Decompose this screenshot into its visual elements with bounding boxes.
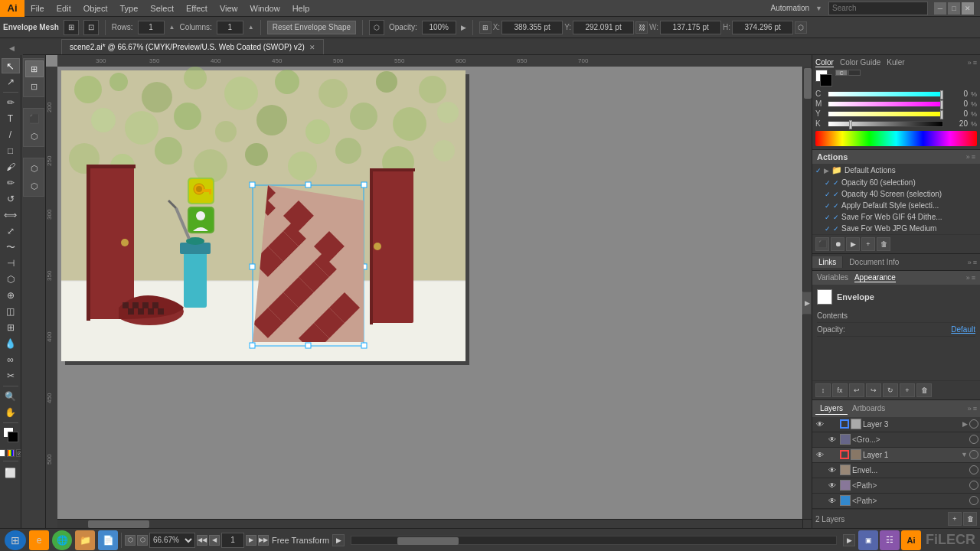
rows-input[interactable]: [138, 21, 165, 34]
env-tool-5[interactable]: ⬡: [25, 160, 44, 177]
c-slider-thumb[interactable]: [940, 90, 943, 99]
m-slider-thumb[interactable]: [940, 100, 943, 109]
mesh-tool[interactable]: ⊞: [2, 320, 20, 335]
anchor-point-grid[interactable]: ⊞: [479, 21, 492, 34]
shape-builder-tool[interactable]: ⊕: [2, 288, 20, 303]
layers-menu-btn[interactable]: ≡: [973, 405, 977, 412]
folder-btn[interactable]: 📁: [75, 530, 95, 550]
path1-target[interactable]: [969, 481, 978, 490]
menu-view[interactable]: View: [214, 0, 244, 17]
opacity-play-btn[interactable]: ▶: [461, 24, 466, 31]
page-input[interactable]: [221, 533, 244, 548]
color-menu-btn[interactable]: ≡: [973, 59, 977, 67]
layer3-target[interactable]: [969, 419, 978, 429]
rgb-sliders-btn[interactable]: [848, 70, 861, 76]
status-arr-back[interactable]: ◀: [209, 535, 220, 546]
menu-file[interactable]: File: [24, 0, 51, 17]
menu-select[interactable]: Select: [144, 0, 180, 17]
path2-vis-btn[interactable]: 👁: [826, 494, 838, 507]
status-scroll-thumb[interactable]: [397, 537, 459, 545]
layers-new-btn[interactable]: +: [948, 512, 962, 526]
w-input[interactable]: [660, 21, 721, 34]
opacity-input[interactable]: [422, 21, 456, 34]
horizontal-scrollbar[interactable]: [57, 519, 802, 528]
action-record-btn[interactable]: ⏺: [831, 237, 844, 251]
ie-btn[interactable]: e: [29, 530, 49, 550]
selection-tool[interactable]: ↖: [2, 58, 20, 73]
mesh-options-btn1[interactable]: ⊞: [64, 20, 79, 35]
pen-tool[interactable]: ✏: [2, 95, 20, 110]
links-menu-btn[interactable]: ≡: [973, 259, 977, 266]
panel-toggle-btn[interactable]: ▶: [802, 292, 812, 315]
m-slider[interactable]: [828, 101, 943, 107]
status-btn-1[interactable]: ⬡: [125, 535, 136, 546]
app-delete-btn[interactable]: 🗑: [916, 383, 932, 397]
stroke-swatch[interactable]: [8, 432, 18, 442]
folder-expand1[interactable]: ▶: [824, 167, 829, 174]
close-button[interactable]: ✕: [962, 2, 974, 15]
status-btn-2[interactable]: ⬡: [137, 535, 148, 546]
actions-panel-header[interactable]: Actions » ≡: [812, 150, 980, 164]
env-tool-4[interactable]: ⬡: [25, 128, 44, 145]
screen-mode-btn[interactable]: ⬜: [2, 465, 20, 481]
layer3-name[interactable]: Layer 3: [863, 420, 961, 429]
pencil-tool[interactable]: ✏: [2, 175, 20, 191]
k-slider[interactable]: [828, 121, 943, 127]
type-tool[interactable]: T: [2, 111, 20, 126]
envel-name[interactable]: Envel...: [852, 466, 968, 474]
scissors-tool[interactable]: ✂: [2, 368, 20, 383]
win-icon2[interactable]: ☷: [880, 530, 900, 550]
y-input[interactable]: [573, 21, 634, 34]
app-refresh-btn[interactable]: ↻: [883, 383, 898, 397]
reset-envelope-btn[interactable]: Reset Envelope Shape: [267, 21, 356, 34]
layer1-vis-btn[interactable]: 👁: [814, 448, 826, 461]
rectangle-tool[interactable]: □: [2, 143, 20, 158]
menu-type[interactable]: Type: [114, 0, 145, 17]
documents-btn[interactable]: 📄: [98, 530, 118, 550]
layers-tab[interactable]: Layers: [815, 403, 848, 415]
action-item-5[interactable]: ✓ ✓ Save For Web JPG Medium: [812, 223, 980, 234]
x-input[interactable]: [501, 21, 563, 34]
layer3-vis-btn[interactable]: 👁: [814, 418, 826, 430]
env-tool-6[interactable]: ⬡: [25, 178, 44, 194]
appearance-panel-header[interactable]: Variables Appearance » ≡: [812, 271, 980, 285]
tab-close-btn[interactable]: ✕: [309, 44, 315, 51]
artboards-tab[interactable]: Artboards: [848, 403, 890, 414]
cmyk-sliders-btn[interactable]: C: [835, 70, 848, 76]
env-tool-mesh[interactable]: ⊡: [25, 78, 44, 95]
layer1-name[interactable]: Layer 1: [863, 451, 959, 459]
color-tab[interactable]: Color: [815, 58, 834, 67]
appearance-tab[interactable]: Appearance: [854, 273, 896, 282]
status-play-btn[interactable]: ▶: [332, 534, 345, 546]
action-item-2[interactable]: ✓ ✓ Opacity 40 Screen (selection): [812, 188, 980, 200]
color-fg-bg[interactable]: [815, 70, 832, 86]
action-play-btn[interactable]: ▶: [846, 237, 860, 251]
c-slider[interactable]: [828, 91, 943, 97]
document-tab[interactable]: scene2.ai* @ 66.67% (CMYK/Preview/U.S. W…: [61, 39, 324, 54]
line-tool[interactable]: /: [2, 127, 20, 142]
layers-delete-btn[interactable]: 🗑: [963, 512, 977, 526]
path1-name[interactable]: <Path>: [852, 481, 968, 490]
color-btn[interactable]: [0, 449, 5, 457]
cols-input[interactable]: [217, 21, 243, 34]
action-item-3[interactable]: ✓ ✓ Apply Default Style (selecti...: [812, 200, 980, 211]
menu-object[interactable]: Object: [77, 0, 114, 17]
color-spectrum-bar[interactable]: [815, 131, 977, 146]
app-redo-btn[interactable]: ↪: [866, 383, 881, 397]
automation-dropdown[interactable]: Automation: [770, 4, 809, 12]
color-guide-tab[interactable]: Color Guide: [840, 58, 880, 67]
layer1-expand-btn[interactable]: ▼: [961, 451, 968, 458]
gro-vis-btn[interactable]: 👁: [826, 433, 838, 445]
free-transform-tool[interactable]: ⬡: [2, 272, 20, 287]
default-actions-folder[interactable]: ✓ ▶ 📁 Default Actions: [812, 164, 980, 177]
envel-target[interactable]: [969, 465, 978, 474]
minimize-button[interactable]: ─: [934, 2, 946, 15]
color-expand-btn[interactable]: »: [968, 59, 972, 67]
maximize-button[interactable]: □: [948, 2, 960, 15]
link-icon[interactable]: ⛓: [635, 21, 648, 34]
tab-arrow-left[interactable]: ◀: [0, 40, 23, 57]
y-slider-thumb[interactable]: [940, 110, 943, 119]
ai-taskbar-icon[interactable]: Ai: [901, 530, 921, 550]
none-btn[interactable]: ⊘: [16, 449, 22, 457]
scroll-right-btn[interactable]: ▶: [843, 534, 855, 546]
